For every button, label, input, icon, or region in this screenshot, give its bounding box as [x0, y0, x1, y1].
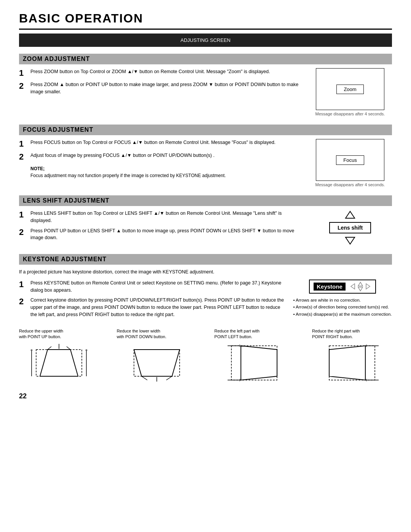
svg-marker-0: [346, 211, 355, 218]
svg-rect-7: [36, 350, 82, 376]
keystone-diagram-lower-caption: Reduce the lower widthwith POINT DOWN bu…: [117, 328, 197, 340]
keystone-title: KEYSTONE ADJUSTMENT: [23, 256, 107, 262]
keystone-diagram-right-caption: Reduce the right part withPOINT RIGHT bu…: [312, 328, 392, 340]
zoom-display-box: Zoom: [316, 68, 384, 110]
main-section-header: ADJUSTING SCREEN: [19, 34, 392, 47]
lens-shift-step1-text: Press LENS SHIFT button on Top Control o…: [30, 210, 301, 224]
keystone-image-col: Keystone: [293, 280, 392, 318]
lens-shift-label-box: Lens shift: [329, 222, 371, 233]
focus-note: NOTE; Focus adjustment may not function …: [30, 165, 301, 179]
keystone-down-small-icon: [358, 287, 363, 291]
lens-shift-label: Lens shift: [338, 225, 363, 231]
svg-rect-31: [329, 346, 375, 380]
zoom-step2-row: 2 Press ZOOM ▲ button or POINT UP button…: [19, 81, 301, 96]
zoom-header: ZOOM ADJUSTMENT: [19, 54, 392, 64]
svg-marker-30: [329, 346, 365, 380]
keystone-diagram-left: Reduce the left part withPOINT LEFT butt…: [214, 328, 294, 384]
keystone-diagram-lower-svg: [126, 342, 187, 384]
keystone-up-small-icon: [358, 282, 363, 286]
lens-shift-content: 1 Press LENS SHIFT button on Top Control…: [19, 210, 392, 246]
focus-section: FOCUS ADJUSTMENT 1 Press FOCUS button on…: [19, 125, 392, 187]
svg-marker-4: [358, 287, 363, 291]
zoom-image-col: Zoom Message disappears after 4 seconds.: [308, 68, 392, 116]
keystone-header: KEYSTONE ADJUSTMENT: [19, 254, 392, 265]
keystone-right-arrow-icon: [365, 283, 371, 290]
main-section-title: ADJUSTING SCREEN: [180, 37, 230, 43]
keystone-text-col: 1 Press KEYSTONE button on Remote Contro…: [19, 280, 285, 321]
keystone-diagram-upper-svg: [29, 342, 89, 384]
zoom-content: 1 Press ZOOM button on Top Control or ZO…: [19, 68, 392, 116]
lens-shift-step2-text: Press POINT UP button or LENS SHIFT ▲ bu…: [30, 227, 301, 242]
keystone-step2-row: 2 Correct keystone distortion by pressin…: [19, 297, 285, 318]
lens-shift-text-col: 1 Press LENS SHIFT button on Top Control…: [19, 210, 301, 244]
focus-step2-text: Adjust focus of image by pressing FOCUS …: [30, 152, 215, 162]
svg-marker-17: [134, 350, 180, 376]
lens-shift-up-arrow-icon: [345, 210, 355, 220]
keystone-diagram-left-svg: [224, 342, 285, 384]
keystone-section: KEYSTONE ADJUSTMENT If a projected pictu…: [19, 254, 392, 384]
keystone-intro: If a projected picture has keystone dist…: [19, 268, 392, 276]
keystone-diagram-upper: Reduce the upper widthwith POINT UP butt…: [19, 328, 99, 384]
focus-step1-num: 1: [19, 139, 27, 149]
keystone-step2-num: 2: [19, 297, 27, 318]
focus-display-label: Focus: [336, 155, 364, 165]
zoom-step1-num: 1: [19, 68, 27, 78]
keystone-note-1: Arrows are white in no correction.: [293, 297, 392, 304]
svg-rect-23: [231, 346, 277, 380]
svg-marker-6: [40, 350, 78, 376]
svg-line-9: [48, 347, 51, 350]
svg-line-10: [67, 347, 70, 350]
zoom-step1-text: Press ZOOM button on Top Control or ZOOM…: [30, 68, 270, 78]
focus-note-text: Focus adjustment may not function proper…: [30, 173, 226, 178]
keystone-notes: Arrows are white in no correction. Arrow…: [293, 297, 392, 318]
keystone-diagram-lower: Reduce the lower widthwith POINT DOWN bu…: [117, 328, 197, 384]
focus-step1-text: Press FOCUS button on Top Control or FOC…: [30, 139, 276, 149]
zoom-msg-disappears: Message disappears after 4 seconds.: [315, 112, 385, 116]
zoom-step2-num: 2: [19, 81, 27, 96]
svg-marker-5: [366, 284, 370, 289]
keystone-step1-text: Press KEYSTONE button on Remote Control …: [30, 280, 285, 294]
focus-step1-row: 1 Press FOCUS button on Top Control or F…: [19, 139, 301, 149]
lens-shift-header: LENS SHIFT ADJUSTMENT: [19, 195, 392, 206]
keystone-left-arrow-icon: [349, 283, 356, 290]
lens-shift-step2-num: 2: [19, 227, 27, 242]
keystone-note-3: Arrow(s) disappear(s) at the maximum cor…: [293, 311, 392, 318]
lens-shift-section: LENS SHIFT ADJUSTMENT 1 Press LENS SHIFT…: [19, 195, 392, 246]
zoom-step2-text: Press ZOOM ▲ button or POINT UP button t…: [30, 81, 301, 96]
focus-step2-num: 2: [19, 152, 27, 162]
focus-step2-row: 2 Adjust focus of image by pressing FOCU…: [19, 152, 301, 162]
keystone-diagram-right: Reduce the right part withPOINT RIGHT bu…: [312, 328, 392, 384]
focus-text-col: 1 Press FOCUS button on Top Control or F…: [19, 139, 301, 179]
focus-content: 1 Press FOCUS button on Top Control or F…: [19, 139, 392, 187]
focus-image-col: Focus Message disappears after 4 seconds…: [308, 139, 392, 187]
lens-shift-title: LENS SHIFT ADJUSTMENT: [23, 197, 110, 204]
svg-marker-2: [351, 284, 355, 289]
lens-shift-step1-num: 1: [19, 210, 27, 224]
keystone-step1-num: 1: [19, 280, 27, 294]
svg-line-19: [142, 376, 147, 380]
focus-display-box: Focus: [316, 139, 384, 181]
keystone-content: 1 Press KEYSTONE button on Remote Contro…: [19, 280, 392, 321]
lens-shift-step2-row: 2 Press POINT UP button or LENS SHIFT ▲ …: [19, 227, 301, 242]
keystone-diagram-upper-caption: Reduce the upper widthwith POINT UP butt…: [19, 328, 99, 340]
svg-marker-22: [241, 346, 277, 380]
page-number: 22: [19, 392, 392, 400]
zoom-text-col: 1 Press ZOOM button on Top Control or ZO…: [19, 68, 301, 99]
keystone-diagrams-row: Reduce the upper widthwith POINT UP butt…: [19, 328, 392, 384]
keystone-step2-text: Correct keystone distortion by pressing …: [30, 297, 285, 318]
keystone-updown-arrows: [358, 282, 363, 291]
focus-header: FOCUS ADJUSTMENT: [19, 125, 392, 135]
svg-line-20: [166, 376, 172, 380]
lens-shift-down-arrow-icon: [345, 235, 355, 246]
zoom-title: ZOOM ADJUSTMENT: [23, 56, 90, 62]
lens-shift-step1-row: 1 Press LENS SHIFT button on Top Control…: [19, 210, 301, 224]
keystone-display-box: Keystone: [309, 280, 376, 294]
focus-note-heading: NOTE;: [30, 166, 45, 171]
keystone-display-label: Keystone: [314, 283, 346, 291]
keystone-diagram-left-caption: Reduce the left part withPOINT LEFT butt…: [214, 328, 294, 340]
page-title: BASIC OPERATION: [19, 11, 392, 30]
zoom-step1-row: 1 Press ZOOM button on Top Control or ZO…: [19, 68, 301, 78]
lens-shift-display: Lens shift: [329, 210, 371, 246]
focus-title: FOCUS ADJUSTMENT: [23, 126, 93, 133]
focus-msg-disappears: Message disappears after 4 seconds.: [315, 182, 385, 187]
